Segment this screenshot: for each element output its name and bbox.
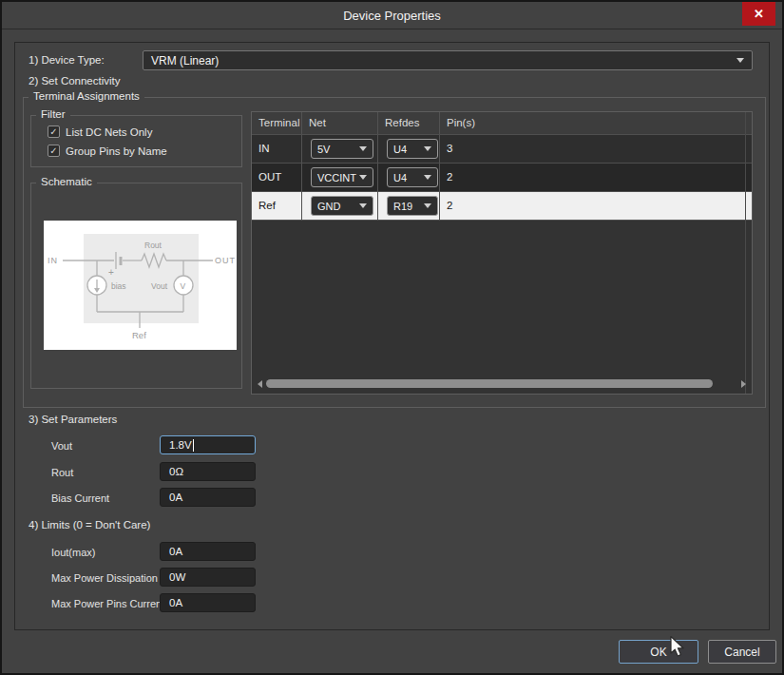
col-header-pins[interactable]: Pin(s) bbox=[440, 112, 752, 134]
chevron-down-icon bbox=[359, 146, 367, 151]
net-value: 5V bbox=[317, 144, 330, 155]
ok-button[interactable]: OK bbox=[619, 640, 698, 664]
cancel-button-label: Cancel bbox=[724, 646, 759, 659]
pins-cell: 2 bbox=[440, 164, 752, 191]
filter-label: Filter bbox=[36, 108, 70, 120]
chevron-down-icon bbox=[736, 58, 744, 63]
checkbox-list-dc-nets-label: List DC Nets Only bbox=[66, 126, 152, 138]
vrm-circuit-diagram: IN OUT Rout + bias Vout V Ref bbox=[44, 221, 237, 350]
max-power-pins-current-label: Max Power Pins Current bbox=[51, 598, 164, 609]
schematic-bias-label: bias bbox=[111, 281, 126, 291]
check-icon: ✓ bbox=[49, 126, 57, 137]
scroll-right-icon[interactable] bbox=[741, 380, 746, 388]
iout-max-label: Iout(max) bbox=[51, 547, 95, 558]
pins-cell: 2 bbox=[440, 192, 752, 220]
device-type-select[interactable]: VRM (Linear) bbox=[143, 50, 753, 70]
chevron-down-icon bbox=[424, 175, 431, 180]
net-value: VCCINT bbox=[317, 172, 356, 183]
voltmeter-letter: V bbox=[181, 281, 186, 291]
chevron-down-icon bbox=[359, 175, 367, 180]
bias-current-label: Bias Current bbox=[51, 492, 109, 504]
ok-button-label: OK bbox=[650, 646, 666, 659]
schematic-out-label: OUT bbox=[215, 256, 236, 265]
terminal-assignments-label: Terminal Assignments bbox=[29, 90, 144, 102]
col-header-net[interactable]: Net bbox=[302, 112, 378, 134]
terminal-cell: Ref bbox=[252, 192, 302, 220]
scrollbar-thumb[interactable] bbox=[266, 379, 713, 388]
chevron-down-icon bbox=[424, 203, 431, 208]
table-column-divider bbox=[745, 112, 746, 394]
terminal-assignments-table: Terminal Net Refdes Pin(s) IN 5V U4 3 bbox=[251, 111, 753, 395]
table-row-out[interactable]: OUT VCCINT U4 2 bbox=[252, 164, 752, 192]
terminal-cell: OUT bbox=[252, 164, 302, 191]
terminal-cell: IN bbox=[252, 135, 302, 163]
refdes-select-out[interactable]: U4 bbox=[387, 167, 438, 187]
refdes-value: U4 bbox=[393, 172, 407, 183]
rout-value: 0Ω bbox=[169, 466, 183, 477]
max-power-dissipation-value: 0W bbox=[169, 571, 185, 583]
bias-current-input[interactable]: 0A bbox=[160, 488, 256, 507]
rout-label: Rout bbox=[51, 467, 73, 478]
titlebar[interactable]: Device Properties bbox=[2, 2, 782, 29]
max-power-dissipation-label: Max Power Dissipation bbox=[51, 572, 158, 584]
schematic-label: Schematic bbox=[36, 176, 97, 187]
device-type-label: 1) Device Type: bbox=[29, 54, 105, 66]
horizontal-scrollbar[interactable] bbox=[253, 379, 751, 389]
vout-label: Vout bbox=[51, 440, 72, 452]
schematic-vout-label: Vout bbox=[151, 281, 168, 291]
iout-max-input[interactable]: 0A bbox=[160, 542, 256, 561]
chevron-down-icon bbox=[424, 146, 431, 151]
checkbox-list-dc-nets[interactable]: ✓ bbox=[48, 125, 60, 138]
cancel-button[interactable]: Cancel bbox=[708, 640, 776, 664]
rout-input[interactable]: 0Ω bbox=[160, 462, 256, 481]
dialog-title: Device Properties bbox=[2, 2, 782, 29]
device-type-value: VRM (Linear) bbox=[151, 54, 219, 68]
text-caret bbox=[193, 439, 194, 452]
max-power-dissipation-input[interactable]: 0W bbox=[160, 568, 256, 587]
refdes-value: R19 bbox=[393, 201, 412, 212]
checkbox-group-pins-label: Group Pins by Name bbox=[66, 145, 167, 157]
chevron-down-icon bbox=[359, 203, 367, 208]
vout-value: 1.8V bbox=[169, 439, 192, 451]
table-row-in[interactable]: IN 5V U4 3 bbox=[252, 135, 752, 164]
net-select-out[interactable]: VCCINT bbox=[311, 167, 373, 187]
schematic-plus-sign: + bbox=[108, 267, 114, 278]
close-icon: ✕ bbox=[754, 7, 764, 21]
max-power-pins-current-value: 0A bbox=[169, 597, 182, 608]
checkbox-group-pins[interactable]: ✓ bbox=[48, 145, 60, 157]
device-properties-dialog: Device Properties ✕ 1) Device Type: VRM … bbox=[0, 0, 784, 675]
refdes-select-ref[interactable]: R19 bbox=[387, 196, 438, 216]
bias-current-value: 0A bbox=[169, 492, 182, 503]
table-header-row: Terminal Net Refdes Pin(s) bbox=[252, 112, 752, 135]
schematic-ref-label: Ref bbox=[132, 330, 146, 340]
vrm-schematic-image: IN OUT Rout + bias Vout V Ref bbox=[44, 221, 237, 350]
pins-cell: 3 bbox=[440, 135, 752, 163]
filter-group: Filter bbox=[30, 115, 242, 167]
check-icon: ✓ bbox=[49, 145, 57, 156]
set-parameters-label: 3) Set Parameters bbox=[29, 414, 117, 425]
col-header-refdes[interactable]: Refdes bbox=[378, 112, 440, 134]
schematic-rout-label: Rout bbox=[144, 241, 163, 250]
refdes-select-in[interactable]: U4 bbox=[387, 139, 438, 159]
max-power-pins-current-input[interactable]: 0A bbox=[160, 593, 256, 612]
net-select-in[interactable]: 5V bbox=[311, 139, 373, 159]
vout-input[interactable]: 1.8V bbox=[160, 435, 256, 454]
net-select-ref[interactable]: GND bbox=[311, 196, 373, 216]
schematic-in-label: IN bbox=[48, 256, 58, 265]
col-header-terminal[interactable]: Terminal bbox=[252, 112, 302, 134]
set-connectivity-label: 2) Set Connectivity bbox=[29, 75, 121, 87]
net-value: GND bbox=[317, 201, 340, 212]
close-button[interactable]: ✕ bbox=[742, 2, 775, 26]
limits-label: 4) Limits (0 = Don't Care) bbox=[29, 519, 150, 530]
table-row-ref[interactable]: Ref GND R19 2 bbox=[252, 192, 752, 221]
iout-max-value: 0A bbox=[169, 546, 182, 557]
scroll-left-icon[interactable] bbox=[258, 380, 262, 388]
refdes-value: U4 bbox=[393, 144, 407, 155]
